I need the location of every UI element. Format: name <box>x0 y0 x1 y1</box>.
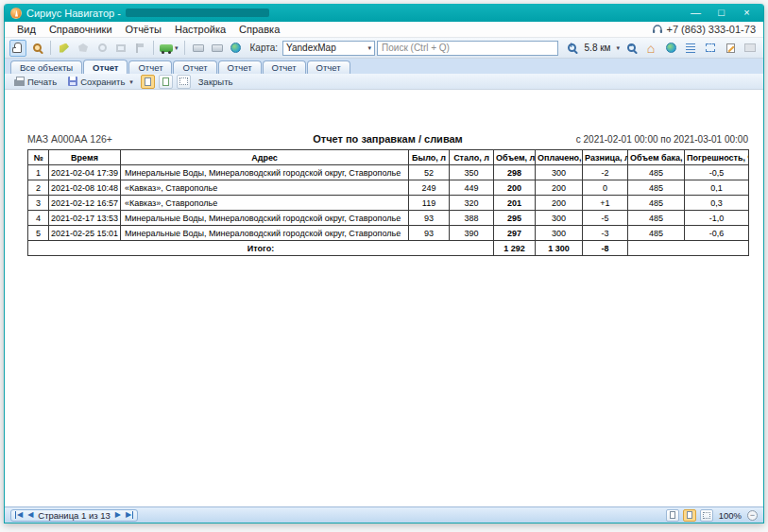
tab-strip: Все объекты Отчет Отчет Отчет Отчет Отче… <box>5 59 763 74</box>
legend-list-button[interactable] <box>682 40 699 57</box>
table-cell: 2021-02-08 10:48 <box>49 180 121 196</box>
circle-tool-button[interactable] <box>94 40 111 57</box>
table-cell: 320 <box>450 196 494 211</box>
page-navigator: ◀ ◀ Страница 1 из 13 ▶ ▶ <box>10 509 138 522</box>
table-cell: 390 <box>450 226 494 241</box>
pencil-area-icon <box>60 43 69 53</box>
minimize-button[interactable]: — <box>683 6 708 20</box>
tab-all-objects[interactable]: Все объекты <box>10 60 82 74</box>
first-page-button[interactable]: ◀ <box>15 511 23 519</box>
window-controls: — □ × <box>683 6 759 20</box>
tab-report-2[interactable]: Отчет <box>128 60 172 74</box>
thumbnails-view-button[interactable] <box>700 509 713 522</box>
floppy-icon <box>68 77 77 86</box>
fit-view-toggle[interactable] <box>177 75 191 89</box>
continuous-view-toggle[interactable] <box>159 75 173 89</box>
table-icon <box>193 44 204 52</box>
list-icon <box>686 43 695 53</box>
headphones-icon <box>652 25 663 34</box>
table-cell: 2021-02-17 13:53 <box>49 211 121 226</box>
printer-icon <box>14 79 25 86</box>
tab-report-active[interactable]: Отчет <box>83 60 128 74</box>
table-cell: -0,5 <box>685 165 749 180</box>
close-report-label: Закрыть <box>198 77 233 87</box>
tab-report-5[interactable]: Отчет <box>263 60 306 74</box>
table-cell: 201 <box>494 196 536 211</box>
vehicles-button[interactable]: ▾ <box>159 40 179 57</box>
zoom-out-slider-button[interactable]: − <box>747 510 758 521</box>
image-icon <box>744 43 756 52</box>
flag-icon <box>136 43 144 53</box>
zoom-out-button[interactable]: − <box>623 40 640 57</box>
zoom-controls: 100% − <box>666 509 758 522</box>
totals-label: Итого: <box>28 241 494 256</box>
map-scale-value: 5.8 км <box>585 43 611 53</box>
next-page-button[interactable]: ▶ <box>115 511 121 519</box>
search-input[interactable] <box>377 41 558 56</box>
report-title: Отчет по заправкам / сливам <box>240 133 536 145</box>
tab-report-3[interactable]: Отчет <box>173 60 216 74</box>
previous-page-button[interactable]: ◀ <box>27 511 33 519</box>
table-cell: 300 <box>536 211 583 226</box>
menu-reports[interactable]: Отчёты <box>119 23 168 36</box>
single-page-view-button[interactable] <box>666 509 679 522</box>
page-view-toggle[interactable] <box>141 75 155 89</box>
support-phone: +7 (863) 333-01-73 <box>652 24 758 35</box>
tab-report-6[interactable]: Отчет <box>307 60 350 74</box>
menu-directories[interactable]: Справочники <box>43 23 119 36</box>
table-view-button[interactable] <box>190 40 207 57</box>
save-button[interactable]: Сохранить ▾ <box>64 76 137 88</box>
table-cell: 388 <box>450 211 494 226</box>
print-button[interactable]: Печать <box>10 76 60 88</box>
menu-view[interactable]: Вид <box>10 23 43 36</box>
app-window: Сириус Навигатор - — □ × Вид Справочники… <box>4 4 764 523</box>
chevron-down-icon[interactable]: ▾ <box>616 44 620 51</box>
world-map-button[interactable] <box>662 40 679 57</box>
flag-tool-button[interactable] <box>131 40 148 57</box>
main-toolbar: ▾ Карта: YandexMap ▾ + 5.8 км ▾ − ⌂ <box>5 38 763 59</box>
home-button[interactable]: ⌂ <box>642 40 659 57</box>
table-row: 32021-02-12 16:57«Кавказ», Ставрополье11… <box>28 196 749 211</box>
selection-frame-icon <box>706 43 715 52</box>
chevron-down-icon: ▾ <box>175 44 179 51</box>
table-cell: 485 <box>628 211 685 226</box>
column-header: Оплачено, л <box>536 150 583 165</box>
zoom-level: 100% <box>719 510 742 521</box>
panel-view-button[interactable] <box>209 40 226 57</box>
close-report-button[interactable]: Закрыть <box>195 76 237 88</box>
table-cell: 298 <box>494 165 536 180</box>
totals-paid: 1 300 <box>536 241 583 256</box>
fit-page-view-button[interactable] <box>683 509 696 522</box>
polygon-tool-button[interactable] <box>75 40 92 57</box>
window-title: Сириус Навигатор - <box>26 8 121 19</box>
zoom-in-button[interactable]: + <box>564 40 581 57</box>
column-header: Было, л <box>409 150 450 165</box>
report-header: МАЗ А000АА 126+ Отчет по заправкам / сли… <box>27 133 748 145</box>
table-cell: -2 <box>583 165 628 180</box>
zoom-tool-button[interactable] <box>28 40 45 57</box>
toolbar-separator <box>184 41 185 55</box>
tab-report-4[interactable]: Отчет <box>218 60 262 74</box>
rectangle-tool-button[interactable] <box>112 40 129 57</box>
geozones-button[interactable] <box>228 40 245 57</box>
map-select[interactable]: YandexMap ▾ <box>282 41 375 56</box>
hand-pan-tool-button[interactable] <box>9 40 26 57</box>
table-cell: «Кавказ», Ставрополье <box>121 180 409 196</box>
table-cell: -1,0 <box>685 211 749 226</box>
table-cell: 485 <box>628 180 685 196</box>
table-cell: 119 <box>409 196 450 211</box>
fit-icon <box>179 77 188 85</box>
notes-button[interactable] <box>722 40 739 57</box>
table-cell: -3 <box>583 226 628 241</box>
close-button[interactable]: × <box>734 6 759 20</box>
snapshot-button[interactable] <box>742 40 759 57</box>
table-cell: 2 <box>28 180 49 196</box>
column-header: Разница, л <box>583 150 628 165</box>
menu-bar: Вид Справочники Отчёты Настройка Справка… <box>5 22 763 38</box>
menu-help[interactable]: Справка <box>232 23 286 36</box>
last-page-button[interactable]: ▶ <box>126 511 133 519</box>
menu-settings[interactable]: Настройка <box>168 23 232 36</box>
maximize-button[interactable]: □ <box>708 6 734 20</box>
select-area-button[interactable] <box>702 40 719 57</box>
draw-track-button[interactable] <box>56 40 73 57</box>
